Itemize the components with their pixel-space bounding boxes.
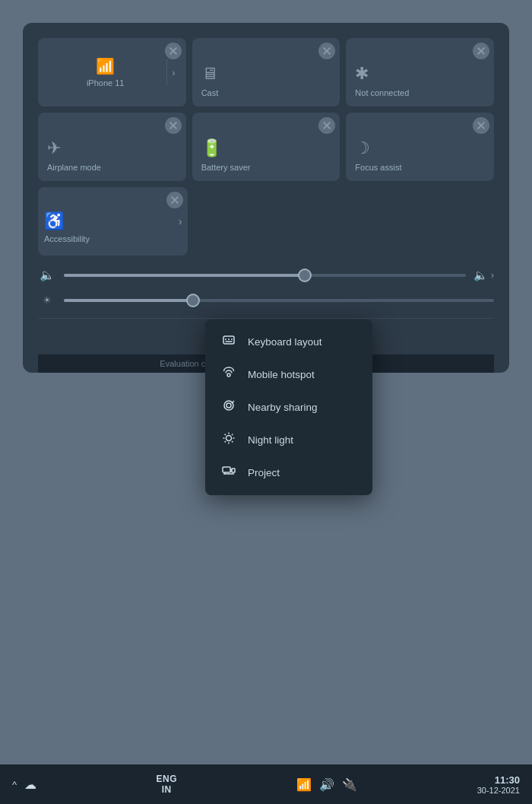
tile-iphone-left: 📶 iPhone 11 [44,57,166,87]
keyboard-layout-icon [220,333,237,351]
context-menu: Keyboard layout Mobile hotspot Nearby sh… [205,319,372,495]
accessibility-left: ♿ Accessibility [44,195,177,248]
taskbar-left: ^ ☁ [12,777,36,792]
tile-disabled-badge [165,117,182,134]
context-menu-item-project[interactable]: Project [205,456,372,489]
volume-right-controls[interactable]: 🔈 › [473,269,494,282]
wifi-icon: 📶 [96,57,115,75]
tile-disabled-badge [166,192,183,208]
moon-icon: ☽ [355,138,370,158]
svg-rect-30 [223,467,230,472]
speaker-icon: 🔈 [473,269,488,282]
nearby-sharing-label: Nearby sharing [248,402,318,413]
tile-bluetooth-label: Not connected [355,88,409,97]
context-menu-item-nearby-sharing[interactable]: Nearby sharing [205,391,372,424]
tile-battery[interactable]: 🔋 Battery saver [192,113,340,181]
brightness-slider-row: ☀ [38,288,494,312]
tile-airplane-label: Airplane mode [47,163,101,172]
brightness-thumb[interactable] [186,294,200,307]
taskbar-clock[interactable]: 11:30 30-12-2021 [477,774,520,795]
tile-cast-label: Cast [201,88,219,97]
tile-accessibility-label: Accessibility [44,234,90,243]
night-light-icon [220,431,237,449]
tile-empty [194,187,494,256]
quick-tiles-row1: 📶 iPhone 11 › 🖥 Cast ✱ Not connected [38,38,494,106]
tile-disabled-badge [165,43,182,59]
project-icon [220,464,237,481]
taskbar-chevron[interactable]: ^ [12,779,17,790]
tile-iphone[interactable]: 📶 iPhone 11 › [38,38,186,106]
tile-disabled-badge [318,117,335,134]
taskbar-wifi-icon[interactable]: 📶 [296,777,312,792]
tile-cast[interactable]: 🖥 Cast [192,38,340,106]
svg-point-21 [226,436,232,441]
sliders-section: 🔈 🔈 › ☀ [38,262,494,312]
taskbar-icons: 📶 🔊 🔌 [296,777,357,792]
nearby-sharing-icon [220,399,237,416]
locale-lang: ENG [156,774,177,784]
tile-airplane[interactable]: ✈ Airplane mode [38,113,186,181]
svg-line-29 [232,434,233,435]
context-menu-item-mobile-hotspot[interactable]: Mobile hotspot [205,358,372,391]
accessibility-chevron[interactable]: › [177,215,182,227]
volume-slider-row: 🔈 🔈 › [38,262,494,288]
brightness-icon: ☀ [38,294,56,306]
volume-thumb[interactable] [298,269,312,282]
tile-accessibility[interactable]: ♿ Accessibility › [38,187,188,256]
brightness-fill [64,299,193,302]
context-menu-item-keyboard-layout[interactable]: Keyboard layout [205,326,372,358]
tile-disabled-badge [318,43,335,59]
svg-rect-31 [232,469,235,472]
airplane-icon: ✈ [47,138,61,158]
svg-point-19 [227,373,230,377]
tile-focus-label: Focus assist [355,163,401,172]
quick-tiles-row3: ♿ Accessibility › [38,187,494,256]
taskbar-cloud-icon: ☁ [24,777,36,792]
bluetooth-icon: ✱ [355,64,369,84]
volume-icon: 🔈 [38,268,56,282]
quick-tiles-row2: ✈ Airplane mode 🔋 Battery saver ☽ Focus … [38,113,494,181]
volume-track[interactable] [64,274,466,277]
tile-bluetooth[interactable]: ✱ Not connected [346,38,494,106]
tile-iphone-label: iPhone 11 [87,78,125,87]
svg-point-20 [226,403,231,408]
taskbar-battery-icon[interactable]: 🔌 [342,777,357,792]
volume-chevron[interactable]: › [491,269,494,281]
svg-line-28 [225,441,226,442]
keyboard-layout-label: Keyboard layout [248,336,322,348]
brightness-track[interactable] [64,299,494,302]
clock-date: 30-12-2021 [477,786,520,795]
tile-disabled-badge [473,117,489,134]
battery-icon: 🔋 [201,138,222,158]
svg-line-26 [225,434,226,435]
mobile-hotspot-label: Mobile hotspot [248,369,315,380]
context-menu-item-night-light[interactable]: Night light [205,424,372,456]
taskbar: ^ ☁ ENG IN 📶 🔊 🔌 11:30 30-12-2021 [0,764,532,804]
locale-text: ENG IN [156,774,177,796]
accessibility-icon: ♿ [44,211,65,231]
clock-time: 11:30 [477,774,520,786]
locale-region: IN [156,784,177,795]
night-light-label: Night light [248,434,293,446]
project-label: Project [248,467,280,478]
taskbar-volume-icon[interactable]: 🔊 [319,777,334,792]
tile-focus[interactable]: ☽ Focus assist [346,113,494,181]
taskbar-locale: ENG IN [156,774,177,796]
svg-line-27 [232,441,233,442]
tile-battery-label: Battery saver [201,163,251,172]
volume-fill [64,274,305,277]
hotspot-icon [220,366,237,383]
tile-iphone-chevron[interactable]: › [167,67,179,78]
cast-icon: 🖥 [201,64,218,84]
tile-disabled-badge [473,43,489,59]
